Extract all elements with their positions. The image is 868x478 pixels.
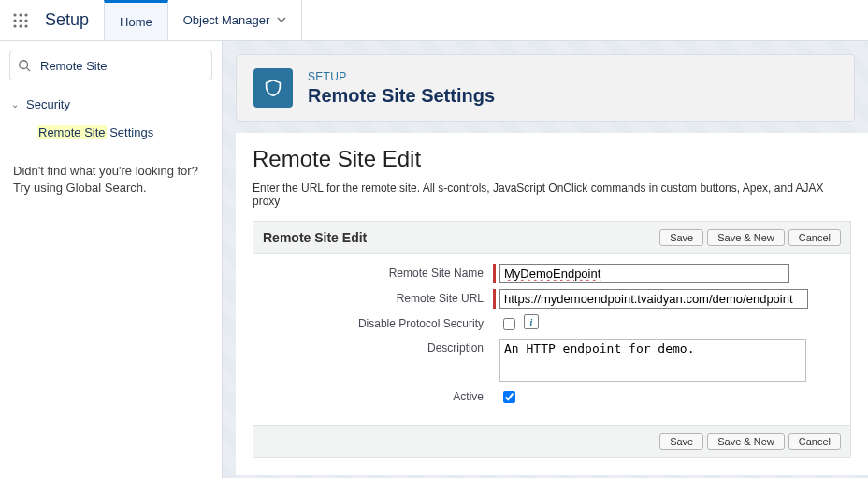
required-indicator bbox=[493, 264, 496, 283]
no-results-hint: Didn't find what you're looking for? Try… bbox=[0, 146, 222, 213]
no-results-line1: Didn't find what you're looking for? bbox=[13, 163, 209, 180]
label-remote-site-url: Remote Site URL bbox=[263, 289, 493, 305]
svg-point-4 bbox=[19, 19, 22, 22]
tab-object-manager[interactable]: Object Manager bbox=[168, 0, 303, 40]
svg-point-3 bbox=[13, 19, 16, 22]
checkbox-disable-protocol-security[interactable] bbox=[503, 318, 515, 330]
label-active: Active bbox=[263, 387, 493, 403]
app-title: Setup bbox=[41, 0, 104, 40]
svg-point-8 bbox=[24, 24, 27, 27]
label-disable-protocol-security: Disable Protocol Security bbox=[263, 314, 493, 330]
panel-title: Remote Site Edit bbox=[263, 230, 367, 245]
save-and-new-button-bottom[interactable]: Save & New bbox=[707, 433, 785, 450]
setup-tree: ⌄ Security Remote Site Settings bbox=[0, 90, 222, 146]
textarea-description[interactable] bbox=[499, 339, 806, 382]
tab-object-manager-label: Object Manager bbox=[183, 13, 270, 27]
no-results-line2: Try using Global Search. bbox=[13, 180, 209, 196]
svg-point-7 bbox=[19, 24, 22, 27]
edit-blurb: Enter the URL for the remote site. All s… bbox=[253, 181, 851, 208]
svg-point-2 bbox=[24, 13, 27, 16]
svg-line-10 bbox=[27, 68, 31, 72]
tree-item-remote-site-settings[interactable]: Remote Site Settings bbox=[4, 118, 218, 146]
svg-point-1 bbox=[19, 13, 22, 16]
svg-point-6 bbox=[13, 24, 16, 27]
quick-find-box[interactable] bbox=[9, 51, 212, 80]
page-title: Remote Site Settings bbox=[308, 85, 495, 107]
input-remote-site-url[interactable] bbox=[499, 289, 808, 309]
save-button[interactable]: Save bbox=[659, 229, 703, 246]
cancel-button[interactable]: Cancel bbox=[788, 229, 841, 246]
info-icon[interactable]: i bbox=[524, 314, 539, 329]
edit-heading: Remote Site Edit bbox=[253, 146, 851, 172]
top-nav: Setup Home Object Manager bbox=[0, 0, 868, 41]
page-eyebrow: SETUP bbox=[308, 70, 495, 83]
tab-home[interactable]: Home bbox=[104, 0, 168, 40]
required-indicator bbox=[493, 289, 496, 309]
quick-find-input[interactable] bbox=[38, 58, 204, 74]
save-button-bottom[interactable]: Save bbox=[659, 433, 703, 450]
chevron-down-icon bbox=[277, 13, 286, 27]
caret-down-icon: ⌄ bbox=[11, 99, 22, 109]
checkbox-active[interactable] bbox=[503, 391, 515, 403]
input-remote-site-name[interactable] bbox=[499, 264, 789, 283]
tab-home-label: Home bbox=[120, 15, 152, 29]
classic-edit-page: Remote Site Edit Enter the URL for the r… bbox=[236, 133, 868, 475]
tree-node-security[interactable]: ⌄ Security bbox=[4, 90, 218, 118]
shield-icon bbox=[253, 68, 293, 108]
svg-point-5 bbox=[24, 19, 27, 22]
app-launcher-icon[interactable] bbox=[0, 0, 41, 40]
main-area: SETUP Remote Site Settings Remote Site E… bbox=[223, 41, 868, 478]
svg-point-9 bbox=[20, 61, 28, 69]
save-and-new-button[interactable]: Save & New bbox=[707, 229, 785, 246]
page-header: SETUP Remote Site Settings bbox=[236, 54, 855, 122]
tree-item-label: Remote Site Settings bbox=[37, 125, 153, 139]
tree-node-label: Security bbox=[26, 97, 70, 111]
cancel-button-bottom[interactable]: Cancel bbox=[788, 433, 841, 450]
search-icon bbox=[18, 59, 31, 72]
svg-point-0 bbox=[13, 13, 16, 16]
edit-panel: Remote Site Edit Save Save & New Cancel … bbox=[253, 221, 851, 458]
label-description: Description bbox=[263, 339, 493, 355]
setup-sidebar: ⌄ Security Remote Site Settings Didn't f… bbox=[0, 41, 223, 478]
label-remote-site-name: Remote Site Name bbox=[263, 264, 493, 280]
